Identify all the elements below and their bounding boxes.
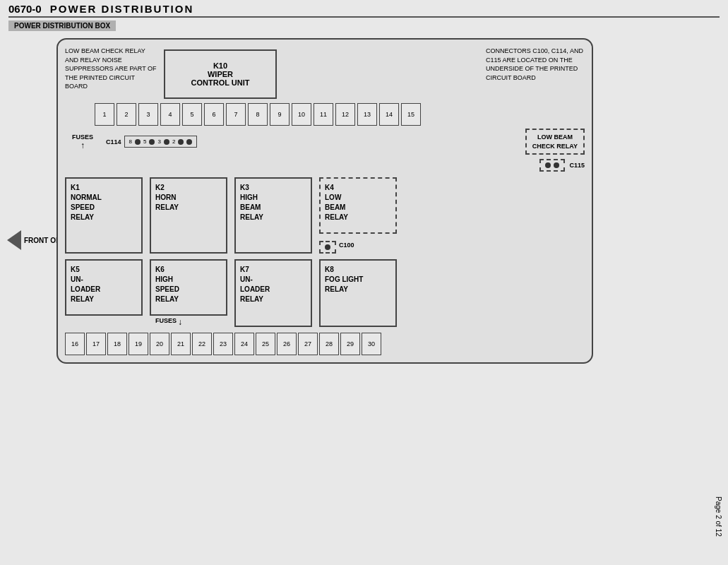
fuse-8: 8 (248, 103, 268, 126)
fuse-19: 19 (129, 333, 148, 355)
fuse-4: 4 (160, 103, 180, 126)
fuse-2: 2 (117, 103, 136, 126)
k8-label: FOG LIGHTRELAY (325, 275, 391, 295)
dot-5-label: 5 (143, 138, 146, 145)
fuse-13: 13 (357, 103, 377, 126)
k3-label: HIGHBEAMRELAY (240, 193, 306, 222)
c115-dots (539, 159, 565, 172)
fuse-row-top: 1 2 3 4 5 6 7 8 9 10 11 12 13 14 (95, 103, 421, 126)
note-left: LOW BEAM CHECK RELAY AND RELAY NOISE SUP… (65, 47, 157, 91)
k3-id: K3 (240, 183, 306, 193)
fuses-bottom-arrow: ↓ (178, 317, 182, 327)
relay-k5: K5 UN-LOADERRELAY (65, 259, 143, 316)
dot-extra (186, 139, 192, 145)
page-number: Page 2 of 12 (715, 496, 722, 537)
fuse-3: 3 (138, 103, 158, 126)
fuse-25: 25 (256, 333, 275, 355)
c114-dots: 8 5 3 2 (124, 136, 198, 148)
fuse-9: 9 (270, 103, 290, 126)
dot-2-label: 2 (172, 138, 175, 145)
relay-k3: K3 HIGHBEAMRELAY (234, 177, 312, 254)
fuse-6: 6 (204, 103, 224, 126)
diagram-number: 0670-0 (8, 3, 42, 15)
relay-k6: K6 HIGHSPEEDRELAY (150, 259, 227, 316)
relay-k7: K7 UN-LOADERRELAY (234, 259, 312, 327)
fuse-11: 11 (314, 103, 333, 126)
sub-label: POWER DISTRIBUTION BOX (8, 20, 116, 31)
top-section: LOW BEAM CHECK RELAY AND RELAY NOISE SUP… (65, 47, 585, 99)
fuse-18: 18 (107, 333, 127, 355)
fuse-24: 24 (234, 333, 254, 355)
title-line: 0670-0 POWER DISTRIBUTION (8, 3, 720, 18)
fuse-5: 5 (182, 103, 202, 126)
c115-dot-1 (545, 162, 551, 168)
low-beam-check-relay-box: LOW BEAMCHECK RELAY (525, 129, 585, 155)
relay-k2: K2 HORNRELAY (150, 177, 227, 254)
sub-label-row: POWER DISTRIBUTION BOX (8, 20, 720, 31)
k4-id: K4 (325, 183, 391, 193)
fuses-bottom-label: FUSES (150, 317, 177, 324)
dot-3-label: 3 (157, 138, 160, 145)
fuse-20: 20 (150, 333, 169, 355)
k1-label: NORMALSPEEDRELAY (71, 193, 137, 222)
fuse-29: 29 (340, 333, 360, 355)
k7-id: K7 (240, 265, 306, 275)
wiper-label2: WIPER (208, 70, 233, 78)
fuse-14: 14 (379, 103, 399, 126)
k6-id: K6 (155, 265, 222, 275)
header-row: 0670-0 POWER DISTRIBUTION POWER DISTRIBU… (0, 0, 728, 32)
relay-k1: K1 NORMALSPEEDRELAY (65, 177, 143, 254)
fuse-17: 17 (86, 333, 106, 355)
low-beam-check-relay-label: LOW BEAMCHECK RELAY (532, 133, 578, 150)
note-right: CONNECTORS C100, C114, AND C115 ARE LOCA… (486, 47, 585, 82)
fuse-22: 22 (192, 333, 212, 355)
c100-dot (325, 244, 330, 250)
fuse-1: 1 (95, 103, 114, 126)
fuse-7: 7 (226, 103, 246, 126)
fuse-30: 30 (362, 333, 381, 355)
relay-k8: K8 FOG LIGHTRELAY (319, 259, 397, 327)
wiper-label3: CONTROL UNIT (191, 78, 250, 87)
relay-row-2: K5 UN-LOADERRELAY K6 HIGHSPEEDRELAY FUSE… (65, 259, 585, 327)
front-arrow-icon (7, 230, 21, 250)
page: 0670-0 POWER DISTRIBUTION POWER DISTRIBU… (0, 0, 728, 565)
k5-id: K5 (71, 265, 137, 275)
c115-dot-2 (554, 162, 559, 168)
k8-id: K8 (325, 265, 391, 275)
c114-label: C114 (106, 138, 121, 145)
relay-k4: K4 LOWBEAMRELAY (319, 177, 397, 234)
dot-5 (149, 139, 155, 145)
fuse-16: 16 (65, 333, 85, 355)
fuse-12: 12 (335, 103, 355, 126)
fuse-26: 26 (277, 333, 297, 355)
k7-label: UN-LOADERRELAY (240, 275, 306, 304)
k2-id: K2 (155, 183, 222, 193)
wiper-unit: K10 WIPER CONTROL UNIT (164, 49, 277, 99)
diagram-title: POWER DISTRIBUTION (50, 3, 194, 15)
relay-row-1: K1 NORMALSPEEDRELAY K2 HORNRELAY K3 HIGH… (65, 177, 585, 254)
diagram-area: LOW BEAM CHECK RELAY AND RELAY NOISE SUP… (56, 38, 721, 364)
fuses-top-arrow: ↑ (80, 141, 85, 150)
main-content: FRONT OF CAR LOW BEAM CHECK RELAY AND RE… (0, 32, 728, 369)
fuse-27: 27 (298, 333, 318, 355)
c100-label: C100 (339, 242, 354, 249)
k1-id: K1 (71, 183, 137, 193)
fuse-15: 15 (401, 103, 421, 126)
power-distribution-box: LOW BEAM CHECK RELAY AND RELAY NOISE SUP… (56, 38, 593, 364)
fuse-21: 21 (171, 333, 191, 355)
k4-label: LOWBEAMRELAY (325, 193, 391, 222)
fuse-28: 28 (319, 333, 339, 355)
c115-label: C115 (569, 162, 585, 169)
wiper-id: K10 (213, 61, 227, 70)
dot-2 (178, 139, 184, 145)
k5-label: UN-LOADERRELAY (71, 275, 137, 304)
k6-label: HIGHSPEEDRELAY (155, 275, 222, 304)
dot-8 (135, 139, 141, 145)
dot-8-label: 8 (129, 138, 132, 145)
k2-label: HORNRELAY (155, 193, 222, 213)
fuses-top-label: FUSES (72, 133, 93, 141)
c100-box (319, 241, 336, 254)
dot-3 (164, 139, 169, 145)
fuse-10: 10 (292, 103, 311, 126)
fuse-23: 23 (213, 333, 233, 355)
